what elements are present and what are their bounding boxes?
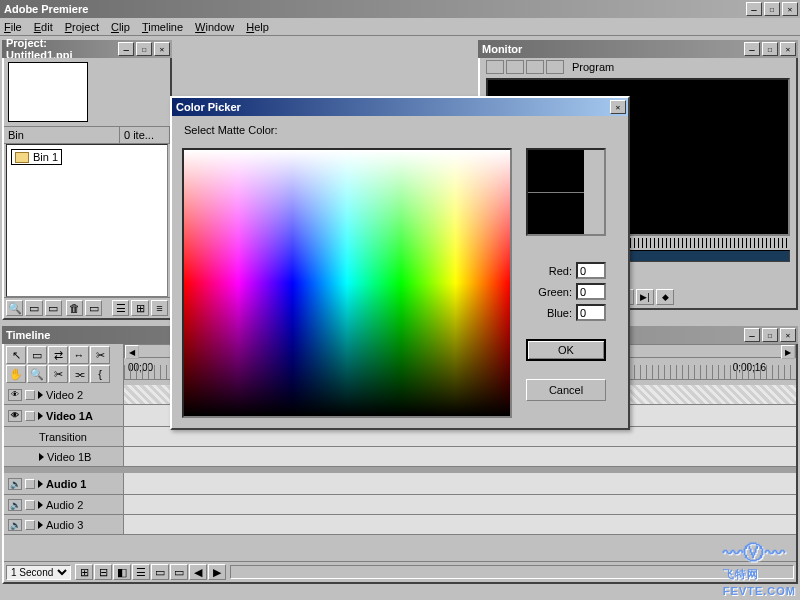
expand-icon[interactable] [38,391,43,399]
track-body-audio3[interactable] [124,515,796,534]
expand-icon[interactable] [38,412,43,420]
monitor-minimize-button[interactable] [744,42,760,56]
menu-clip[interactable]: Clip [111,21,130,33]
track-lock-icon[interactable] [25,411,35,421]
track-body-video1b[interactable] [124,447,796,466]
bin-column-header[interactable]: Bin [4,127,120,143]
speaker-icon[interactable] [8,519,22,531]
tl-btn-4[interactable]: ☰ [132,564,150,580]
bin-1-folder[interactable]: Bin 1 [11,149,62,165]
track-body-audio2[interactable] [124,495,796,514]
list-view-button[interactable]: ≡ [151,300,168,316]
range-tool[interactable]: ▭ [27,346,47,364]
ok-button[interactable]: OK [526,339,606,361]
monitor-tab-1[interactable] [486,60,504,74]
tl-btn-3[interactable]: ◧ [113,564,131,580]
delete-button[interactable]: 🗑 [66,300,83,316]
menu-help[interactable]: Help [246,21,269,33]
tl-btn-2[interactable]: ⊟ [94,564,112,580]
rolling-edit-tool[interactable]: ⇄ [48,346,68,364]
track-lock-icon[interactable] [25,479,35,489]
monitor-tab-4[interactable] [546,60,564,74]
resize-button[interactable]: ▭ [85,300,102,316]
hand-tool[interactable]: ✋ [6,365,26,383]
eye-icon[interactable]: 👁 [8,410,22,422]
expand-icon[interactable] [39,453,44,461]
timeline-hscrollbar[interactable] [230,565,794,579]
crossfade-tool[interactable]: ✂ [48,365,68,383]
track-head-audio1[interactable]: Audio 1 [4,473,124,494]
project-titlebar[interactable]: Project: Untitled1.ppj [2,40,172,58]
project-minimize-button[interactable] [118,42,134,56]
track-lock-icon[interactable] [25,500,35,510]
inout-tool[interactable]: { [90,365,110,383]
menu-file[interactable]: FFileile [4,21,22,33]
new-item-button[interactable]: ▭ [45,300,62,316]
tl-btn-7[interactable]: ◀ [189,564,207,580]
project-close-button[interactable] [154,42,170,56]
selection-tool[interactable]: ↖ [6,346,26,364]
zoom-tool[interactable]: 🔍 [27,365,47,383]
speaker-icon[interactable] [8,478,22,490]
monitor-titlebar[interactable]: Monitor [478,40,798,58]
timeline-close-button[interactable] [780,328,796,342]
add-marker-button[interactable]: ◆ [656,289,674,305]
razor-tool[interactable]: ✂ [90,346,110,364]
project-maximize-button[interactable] [136,42,152,56]
timeline-scroll-right[interactable]: ▶ [781,345,795,359]
monitor-tab-3[interactable] [526,60,544,74]
expand-icon[interactable] [38,480,43,488]
speaker-icon[interactable] [8,499,22,511]
find-button[interactable]: 🔍 [6,300,23,316]
track-head-video1b[interactable]: Video 1B [4,447,124,466]
tl-btn-1[interactable]: ⊞ [75,564,93,580]
red-input[interactable] [576,262,606,279]
track-head-audio3[interactable]: Audio 3 [4,515,124,534]
timeline-scroll-left[interactable]: ◀ [125,345,139,359]
tl-btn-5[interactable]: ▭ [151,564,169,580]
track-lock-icon[interactable] [25,520,35,530]
green-input[interactable] [576,283,606,300]
next-edit-button[interactable]: ▶| [636,289,654,305]
timeline-zoom-select[interactable]: 1 Second [6,565,71,580]
menu-project[interactable]: Project [65,21,99,33]
icon-view-button[interactable]: ☰ [112,300,129,316]
menu-timeline[interactable]: Timeline [142,21,183,33]
color-picker-titlebar[interactable]: Color Picker [172,98,628,116]
track-label-video1a: Video 1A [46,410,93,422]
rate-stretch-tool[interactable]: ↔ [69,346,89,364]
thumb-view-button[interactable]: ⊞ [131,300,148,316]
monitor-maximize-button[interactable] [762,42,778,56]
color-gradient-picker[interactable] [182,148,512,418]
app-minimize-button[interactable] [746,2,762,16]
track-head-transition[interactable]: Transition [4,427,124,446]
color-picker-close-button[interactable] [610,100,626,114]
expand-icon[interactable] [38,501,43,509]
monitor-close-button[interactable] [780,42,796,56]
menu-window[interactable]: Window [195,21,234,33]
new-bin-button[interactable]: ▭ [25,300,42,316]
monitor-layout-tabs[interactable] [486,60,564,74]
app-maximize-button[interactable] [764,2,780,16]
track-lock-icon[interactable] [25,390,35,400]
app-close-button[interactable] [782,2,798,16]
timeline-maximize-button[interactable] [762,328,778,342]
items-column-header[interactable]: 0 ite... [120,127,170,143]
expand-icon[interactable] [38,521,43,529]
menu-edit[interactable]: Edit [34,21,53,33]
track-head-video2[interactable]: 👁Video 2 [4,385,124,404]
track-body-audio1[interactable] [124,473,796,494]
tl-btn-8[interactable]: ▶ [208,564,226,580]
track-head-video1a[interactable]: 👁Video 1A [4,405,124,426]
cancel-button[interactable]: Cancel [526,379,606,401]
monitor-tab-2[interactable] [506,60,524,74]
track-head-audio2[interactable]: Audio 2 [4,495,124,514]
blue-input[interactable] [576,304,606,321]
bin-list[interactable]: Bin 1 [6,144,168,297]
tl-btn-6[interactable]: ▭ [170,564,188,580]
eye-icon[interactable]: 👁 [8,389,22,401]
project-thumbnail[interactable] [8,62,88,122]
link-tool[interactable]: ⫘ [69,365,89,383]
timeline-minimize-button[interactable] [744,328,760,342]
program-label: Program [572,61,614,73]
